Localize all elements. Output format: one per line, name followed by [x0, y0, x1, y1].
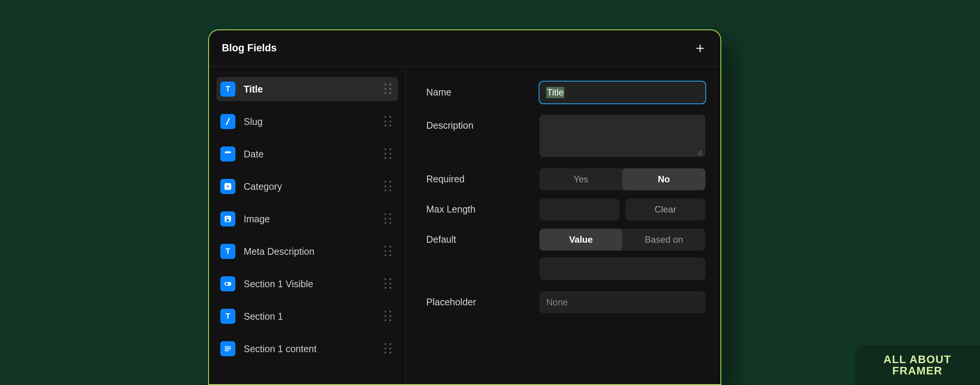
- date-icon: [220, 147, 235, 161]
- drag-handle-icon[interactable]: [384, 343, 392, 355]
- toggle-icon: [220, 276, 235, 291]
- brand-card: ALL ABOUT FRAMER: [855, 345, 980, 385]
- drag-handle-icon[interactable]: [384, 116, 392, 127]
- resize-handle-icon[interactable]: [696, 149, 702, 155]
- max-length-clear-button[interactable]: Clear: [625, 198, 705, 220]
- description-textarea[interactable]: [539, 115, 705, 157]
- brand-line1: ALL ABOUT: [883, 354, 951, 365]
- required-label: Required: [426, 168, 539, 185]
- drag-handle-icon[interactable]: [384, 246, 392, 257]
- text-icon: [220, 309, 235, 324]
- default-value-option[interactable]: Value: [539, 229, 622, 251]
- description-label: Description: [426, 115, 539, 131]
- drag-handle-icon[interactable]: [384, 83, 392, 95]
- field-row-label: Section 1 Visible: [244, 278, 384, 289]
- dropdown-icon: [220, 179, 235, 194]
- drag-handle-icon[interactable]: [384, 311, 392, 322]
- field-row[interactable]: Meta Description: [216, 239, 398, 264]
- brand-line2: FRAMER: [892, 365, 942, 376]
- field-settings: Name Title Description Required: [406, 66, 721, 384]
- field-row-label: Date: [244, 149, 384, 160]
- field-row[interactable]: Image: [216, 207, 398, 231]
- field-row-label: Category: [244, 181, 384, 192]
- field-row[interactable]: Section 1 content: [216, 337, 398, 361]
- placeholder-input[interactable]: None: [539, 291, 705, 313]
- field-row[interactable]: Section 1 Visible: [216, 272, 398, 296]
- placeholder-label: Placeholder: [426, 291, 539, 308]
- fields-list: TitleSlugDateCategoryImageMeta Descripti…: [209, 66, 406, 384]
- field-row-label: Section 1: [244, 311, 384, 322]
- richtext-icon: [220, 341, 235, 356]
- field-row[interactable]: Slug: [216, 109, 398, 134]
- max-length-input[interactable]: [539, 198, 619, 220]
- drag-handle-icon[interactable]: [384, 149, 392, 160]
- add-field-button[interactable]: [693, 42, 707, 55]
- drag-handle-icon[interactable]: [384, 213, 392, 225]
- default-segmented: Value Based on: [539, 229, 705, 251]
- field-row[interactable]: Category: [216, 174, 398, 198]
- required-segmented: Yes No: [539, 168, 705, 190]
- placeholder-input-value: None: [546, 297, 568, 308]
- field-row-label: Section 1 content: [244, 343, 384, 355]
- field-row-label: Slug: [244, 116, 384, 127]
- required-yes-option[interactable]: Yes: [539, 168, 622, 190]
- drag-handle-icon[interactable]: [384, 181, 392, 192]
- name-label: Name: [426, 81, 539, 98]
- field-row[interactable]: Section 1: [216, 304, 398, 328]
- default-value-input[interactable]: [539, 257, 705, 280]
- field-row[interactable]: Date: [216, 142, 398, 166]
- blog-fields-panel: Blog Fields TitleSlugDateCategoryImageMe…: [208, 29, 721, 385]
- field-row[interactable]: Title: [216, 77, 398, 101]
- name-input[interactable]: Title: [539, 81, 705, 104]
- default-label: Default: [426, 229, 539, 245]
- text-icon: [220, 81, 235, 97]
- max-length-label: Max Length: [426, 198, 539, 215]
- field-row-label: Meta Description: [244, 246, 384, 257]
- panel-header: Blog Fields: [209, 30, 721, 66]
- image-icon: [220, 211, 235, 227]
- name-input-value: Title: [546, 87, 564, 98]
- panel-title: Blog Fields: [222, 42, 277, 54]
- field-row-label: Title: [244, 84, 384, 95]
- required-no-option[interactable]: No: [622, 168, 705, 190]
- drag-handle-icon[interactable]: [384, 278, 392, 289]
- slash-icon: [220, 114, 235, 129]
- field-row-label: Image: [244, 214, 384, 225]
- text-icon: [220, 244, 235, 259]
- default-basedon-option[interactable]: Based on: [622, 229, 705, 251]
